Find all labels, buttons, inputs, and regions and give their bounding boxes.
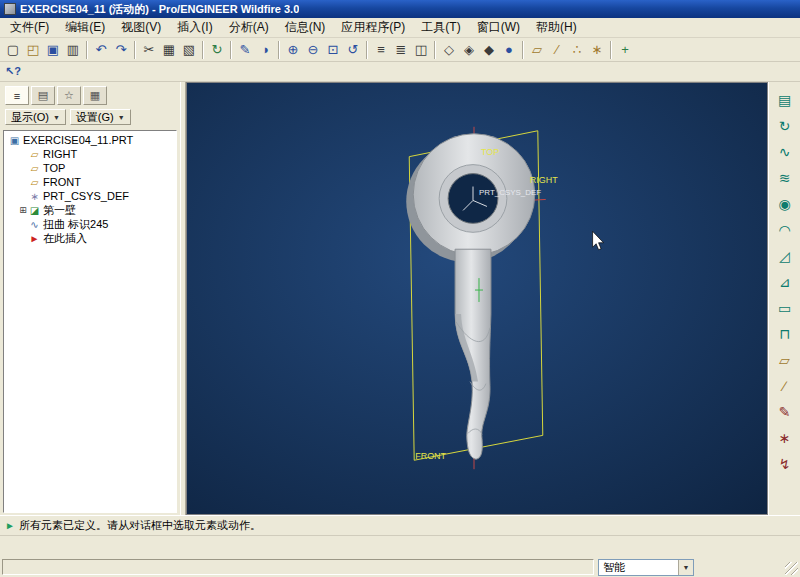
- refit-button[interactable]: ⊡: [323, 40, 343, 60]
- resize-grip[interactable]: [785, 562, 798, 575]
- datum-axis-tool-button[interactable]: ∕: [773, 374, 797, 398]
- hole-tool-button[interactable]: ◉: [773, 192, 797, 216]
- csys-display-toggle[interactable]: ∗: [587, 40, 607, 60]
- paste-button[interactable]: ▧: [179, 40, 199, 60]
- settings-menu-button[interactable]: 设置(G) ▼: [70, 109, 131, 125]
- saved-views-button[interactable]: ≡: [371, 40, 391, 60]
- csys-label: PRT_CSYS_DEF: [479, 188, 541, 197]
- status-field: [2, 559, 594, 575]
- save-button[interactable]: ▣: [43, 40, 63, 60]
- menu-view[interactable]: 视图(V): [113, 17, 169, 38]
- blend-tool-button[interactable]: ≋: [773, 166, 797, 190]
- status-message: 所有元素已定义。请从对话框中选取元素或动作。: [19, 518, 261, 533]
- round-tool-button[interactable]: ◠: [773, 218, 797, 242]
- coordinate-system-icon: ∗: [28, 191, 41, 202]
- menu-window[interactable]: 窗口(W): [469, 17, 528, 38]
- tree-item-top[interactable]: ▱ TOP: [4, 161, 176, 175]
- tab-history[interactable]: ▦: [83, 86, 107, 105]
- title-bar[interactable]: EXERCISE04_11 (活动的) - Pro/ENGINEER Wildf…: [0, 0, 800, 18]
- tree-toolbar: 显示(O) ▼ 设置(G) ▼: [0, 106, 180, 128]
- main-toolbar: ▢ ◰ ▣ ▥ ↶ ↷ ✂ ▦ ▧ ↻ ✎ ◑: [0, 38, 800, 62]
- message-log-area: [0, 535, 800, 557]
- tree-item-first-wall[interactable]: ⊞ ◪ 第一壁: [4, 203, 176, 217]
- redo-button[interactable]: ↷: [111, 40, 131, 60]
- tab-folder-browser[interactable]: ▤: [31, 86, 55, 105]
- datum-axis-toggle[interactable]: ∕: [547, 40, 567, 60]
- caret-down-icon[interactable]: ▼: [678, 560, 693, 575]
- context-help-button[interactable]: ↖?: [3, 62, 23, 82]
- twist-feature-icon: ∿: [28, 219, 41, 230]
- menu-analysis[interactable]: 分析(A): [221, 17, 277, 38]
- tree-item-right[interactable]: ▱ RIGHT: [4, 147, 176, 161]
- zoom-out-button[interactable]: ⊖: [303, 40, 323, 60]
- shade-button[interactable]: ◑: [255, 40, 275, 60]
- tree-item-csys[interactable]: ∗ PRT_CSYS_DEF: [4, 189, 176, 203]
- tree-item-twist-245[interactable]: ∿ 扭曲 标识245: [4, 217, 176, 231]
- no-hidden-button[interactable]: ◆: [479, 40, 499, 60]
- right-plane-label: RIGHT: [530, 175, 558, 185]
- message-status-icon: ►: [5, 520, 15, 531]
- secondary-toolbar: ↖?: [0, 62, 800, 82]
- menu-edit[interactable]: 编辑(E): [57, 17, 113, 38]
- navigator-panel: ≡ ▤ ☆ ▦ 显示(O) ▼ 设置(G) ▼: [0, 82, 180, 515]
- csys-tool-button[interactable]: ↯: [773, 452, 797, 476]
- regenerate-button[interactable]: ↻: [207, 40, 227, 60]
- layers-button[interactable]: ≣: [391, 40, 411, 60]
- menu-tools[interactable]: 工具(T): [413, 17, 468, 38]
- view-manager-button[interactable]: ◫: [411, 40, 431, 60]
- menu-file[interactable]: 文件(F): [2, 17, 57, 38]
- rib-tool-button[interactable]: ⊓: [773, 322, 797, 346]
- tree-item-front[interactable]: ▱ FRONT: [4, 175, 176, 189]
- menu-insert[interactable]: 插入(I): [169, 17, 220, 38]
- sweep-tool-button[interactable]: ∿: [773, 140, 797, 164]
- toolbar-separator: [522, 41, 524, 59]
- selection-filter-value: 智能: [599, 560, 678, 575]
- menu-info[interactable]: 信息(N): [277, 17, 334, 38]
- undo-button[interactable]: ↶: [91, 40, 111, 60]
- copy-button[interactable]: ▦: [159, 40, 179, 60]
- draft-tool-button[interactable]: ⊿: [773, 270, 797, 294]
- menu-bar: 文件(F) 编辑(E) 视图(V) 插入(I) 分析(A) 信息(N) 应用程序…: [0, 18, 800, 38]
- insert-here-arrow-icon: ►: [28, 233, 41, 244]
- toolbar-separator: [278, 41, 280, 59]
- tab-favorites[interactable]: ☆: [57, 86, 81, 105]
- tree-root-item[interactable]: ▣ EXERCISE04_11.PRT: [4, 133, 176, 147]
- zoom-in-button[interactable]: ⊕: [283, 40, 303, 60]
- revolve-tool-button[interactable]: ↻: [773, 114, 797, 138]
- spin-center-toggle[interactable]: +: [615, 40, 635, 60]
- sketch-tool-button[interactable]: ✎: [773, 400, 797, 424]
- tab-model-tree[interactable]: ≡: [5, 86, 29, 105]
- tree-item-label: FRONT: [41, 176, 81, 188]
- wireframe-button[interactable]: ◇: [439, 40, 459, 60]
- tree-item-label: 扭曲 标识245: [41, 217, 108, 232]
- tree-item-insert-here[interactable]: ► 在此插入: [4, 231, 176, 245]
- datum-point-tool-button[interactable]: ∗: [773, 426, 797, 450]
- extrude-tool-button[interactable]: ▤: [773, 88, 797, 112]
- datum-plane-tool-button[interactable]: ▱: [773, 348, 797, 372]
- repaint-button[interactable]: ✎: [235, 40, 255, 60]
- hidden-line-button[interactable]: ◈: [459, 40, 479, 60]
- print-button[interactable]: ▥: [63, 40, 83, 60]
- tree-item-label: TOP: [41, 162, 65, 174]
- cut-button[interactable]: ✂: [139, 40, 159, 60]
- toolbar-separator: [134, 41, 136, 59]
- part-icon: ▣: [8, 135, 21, 146]
- new-file-button[interactable]: ▢: [3, 40, 23, 60]
- app-icon: [4, 3, 16, 15]
- menu-applications[interactable]: 应用程序(P): [333, 17, 413, 38]
- toolbar-separator: [86, 41, 88, 59]
- datum-point-toggle[interactable]: ∴: [567, 40, 587, 60]
- graphics-area[interactable]: TOP RIGHT FRONT PRT_CSYS_DEF: [186, 82, 768, 515]
- open-file-button[interactable]: ◰: [23, 40, 43, 60]
- chamfer-tool-button[interactable]: ◿: [773, 244, 797, 268]
- menu-help[interactable]: 帮助(H): [528, 17, 585, 38]
- selection-filter-combo[interactable]: 智能 ▼: [598, 559, 694, 576]
- 3d-viewport-canvas[interactable]: TOP RIGHT FRONT PRT_CSYS_DEF: [187, 83, 767, 514]
- tree-item-label: RIGHT: [41, 148, 77, 160]
- shaded-view-button[interactable]: ●: [499, 40, 519, 60]
- datum-plane-toggle[interactable]: ▱: [527, 40, 547, 60]
- reorient-button[interactable]: ↺: [343, 40, 363, 60]
- main-area: ≡ ▤ ☆ ▦ 显示(O) ▼ 设置(G) ▼: [0, 82, 800, 515]
- show-menu-button[interactable]: 显示(O) ▼: [5, 109, 66, 125]
- shell-tool-button[interactable]: ▭: [773, 296, 797, 320]
